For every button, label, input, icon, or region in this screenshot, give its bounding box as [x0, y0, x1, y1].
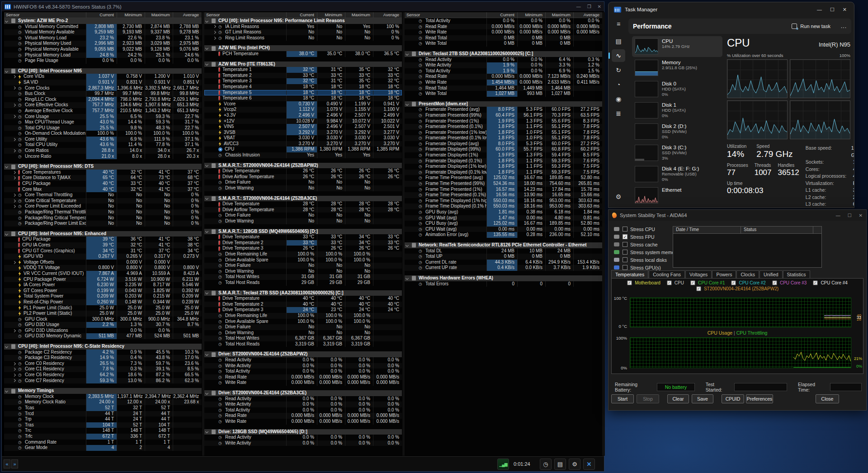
sensor-row[interactable]: ◷Framerate Displayed (0.1%)1.8 FPS1.1 FP… [405, 158, 602, 164]
legend-motherboard[interactable]: ✓Motherboard [627, 280, 660, 285]
sensor-row[interactable]: ◷Core Thermal ThrottlingNoNoNo0 % [4, 192, 202, 198]
sensor-row[interactable]: ◷Tcas52 T32 T52 T [4, 405, 202, 411]
settings-gear-icon[interactable]: ⚙ [569, 459, 580, 470]
sensor-row[interactable]: ◷Physical Memory Used2,996 MB2,923 MB3,0… [4, 41, 202, 47]
sensor-row[interactable]: Drive Airflow Temperature26 °C26 °C26 °C… [204, 174, 402, 180]
sensor-section-header[interactable]: S.M.A.R.T.: ST2000VN004-2E4164 (Z52BAPW2… [204, 163, 402, 169]
legend-checkbox[interactable]: ✓ [691, 281, 695, 285]
sensor-row[interactable]: ◷Total CPU Utility43.6 %11.4 %77.8 %37.1… [4, 142, 202, 148]
sensor-row[interactable]: ◷Write Activity0.0 %0.0 %0.0 %0.0 % [204, 363, 402, 369]
sensor-section-header[interactable]: Drive: 128GB SSD (MQ49W66504065) [D:] [204, 429, 402, 435]
sensor-row[interactable]: ◷Read Rate0.000 MB/s0.000 MB/s0.000 MB/s… [204, 413, 402, 419]
sensor-row[interactable]: ◷Drive FailureNoNoNo [204, 324, 402, 330]
sensor-row[interactable]: ◷Total Activity0.0 %0.0 %0.0 %0.0 % [204, 369, 402, 374]
save-button[interactable]: Save [692, 394, 713, 403]
tab-voltages[interactable]: Voltages [685, 270, 712, 279]
chevron-down-icon[interactable] [205, 47, 208, 50]
hwinfo-close-icon[interactable]: ✕ [598, 4, 601, 9]
sensor-row[interactable]: ◷Read Activity0.0 %0.0 %0.0 %0.0 % [204, 357, 402, 363]
chevron-right-icon[interactable] [13, 149, 16, 152]
sensor-row[interactable]: ◷Write Rate1.454 MB/s0.000 MB/s2.633 MB/… [405, 80, 602, 85]
sensor-row[interactable]: ◷Write Activity1.9 %0.0 %3.3 %1.2 % [405, 62, 602, 68]
chevron-down-icon[interactable] [5, 389, 8, 393]
nav-prev-button[interactable]: « [4, 459, 10, 468]
sensor-row[interactable]: ◷Framerate Presented (1%)1.9 FPS1.3 FPS5… [405, 118, 602, 124]
sensor-row[interactable]: ◷Framerate Presented (99%)60.4 FPS56.1 F… [405, 113, 602, 118]
chevron-right-icon[interactable] [13, 194, 16, 197]
sensor-row[interactable]: +12V10.028 V9.984 V10.072 V10.022 V [204, 118, 402, 124]
legend-cpu-core-2[interactable]: ✓CPU Core #2 [731, 280, 765, 285]
sensor-row[interactable]: ◷Total Host Reads29 GB29 GB29 GB [204, 280, 402, 286]
chevron-down-icon[interactable] [5, 70, 8, 73]
tab-clocks[interactable]: Clocks [736, 270, 759, 279]
sensor-row[interactable]: ◷Virtual Memory Committed2,808 MB2,730 M… [4, 24, 202, 30]
menu-icon[interactable]: ≡ [612, 18, 625, 30]
stress-option-stress-cpu[interactable]: Stress CPU [614, 225, 679, 233]
sensor-section-header[interactable]: Drive: ST2000VN004-2E4164 (Z52BAPW2) [204, 351, 402, 357]
sensor-row[interactable]: VIN52.507 V2.496 V2.507 V2.501 V [204, 124, 402, 130]
preferences-button[interactable]: Preferences [746, 394, 773, 403]
chevron-down-icon[interactable] [205, 430, 208, 433]
sensor-row[interactable]: PL2 Power Limit (Static)25.0 W25.0 W25.0… [4, 311, 202, 317]
sensor-section-header[interactable]: CPU [#0]: Intel Processor N95 [4, 68, 202, 74]
sensor-row[interactable]: ◷Frame Time Displayed (0.1% high)550.03 … [405, 203, 602, 209]
sensor-row[interactable]: ◷Drive WarningNoNoNo [204, 185, 402, 191]
legend-checkbox[interactable]: ✓ [697, 287, 701, 291]
sensor-section-header[interactable]: AZW ME Pro (ITE IT8613E) [204, 61, 402, 67]
sensor-row[interactable]: ◷Core C1 Residency7.8 %0.3 %39.1 %8.5 % [4, 366, 202, 372]
chevron-right-icon[interactable] [13, 176, 16, 180]
sensor-section-header[interactable]: Windows Hardware Errors (WHEA) [405, 275, 602, 281]
sensor-row[interactable]: ◷GPU Wait (avg)1.47 ms0.00 ms4.80 ms0.81… [405, 215, 602, 221]
sensor-row[interactable]: ◷Framerate Displayed (0.1% low)1.8 FPS1.… [405, 170, 602, 175]
chevron-right-icon[interactable] [213, 25, 216, 28]
sensor-row[interactable]: ◷Animation Error (avg)135.55 ms0.28 ms23… [405, 232, 602, 238]
chevron-down-icon[interactable] [205, 353, 208, 356]
sidebar-item-memory[interactable]: Memory2.9/11.8 GB (25%) [632, 57, 722, 78]
sensor-row[interactable]: ◷Framerate Displayed (1%)1.9 FPS1.3 FPS5… [405, 152, 602, 158]
hwinfo-minimize-icon[interactable]: — [576, 4, 581, 9]
aida-minimize-icon[interactable]: — [836, 213, 840, 218]
chevron-right-icon[interactable] [13, 368, 16, 371]
legend-checkbox[interactable]: ✓ [731, 281, 736, 285]
more-options-button[interactable]: ... [841, 23, 847, 29]
sensor-row[interactable]: VR VCC Current (SVID IOUT)7.867 A4.969 A… [4, 271, 202, 277]
scrollbar[interactable] [602, 12, 605, 456]
chevron-down-icon[interactable] [5, 345, 8, 348]
sensor-row[interactable]: ◷CPU Wait (avg)0.00 ms0.00 ms0.00 ms0.00… [405, 227, 602, 232]
column-header-sensor[interactable]: Sensor [204, 12, 286, 18]
tm-settings-gear-icon[interactable]: ⚙ [612, 190, 625, 203]
sensor-row[interactable]: ◷Core C6 Residency64.2 %18.6 %87.2 %66.5… [4, 372, 202, 378]
checkbox[interactable] [623, 242, 627, 247]
sensor-row[interactable]: Drive Temperature 233 °C33 °C34 °C33 °C [204, 240, 402, 246]
sensor-row[interactable]: ◷Core C0 Residency26.5 %7.3 %59.7 %23.6 … [4, 361, 202, 367]
sensor-row[interactable]: ◷Package/Ring Thermal ThrottlingNoNoNo0 … [4, 209, 202, 215]
sensor-row[interactable]: ◷Tras104 T52 T104 T [4, 422, 202, 428]
sensor-row[interactable]: Core Max40 °C32 °C41 °C37 °C [4, 187, 202, 193]
sensor-row[interactable]: ◷Write Rate0.000 MB/s0.000 MB/s0.000 MB/… [405, 29, 602, 35]
sensor-row[interactable]: ◷Frame Time Presented (avg)125.02 ms16.6… [405, 175, 602, 181]
sensor-row[interactable]: Temperature 618 °C18 °C18 °C18 °C [204, 95, 402, 101]
sensor-row[interactable]: iGPU VID0.267 V0.265 V0.317 V0.273 V [4, 254, 202, 260]
chevron-right-icon[interactable] [13, 362, 16, 365]
sensor-row[interactable]: ◷Page File Usage0.0 %0.0 %0.0 %0.0 % [4, 58, 202, 64]
sensor-row[interactable]: CPU Package Power6.724 W3.516 W10.900 W6… [4, 277, 202, 283]
sensor-row[interactable]: Drive Temperature 324 °C23 °C24 °C24 °C [204, 307, 402, 313]
legend-checkbox[interactable]: ✓ [667, 281, 671, 285]
sensor-row[interactable]: Voltage Offsets0.000 V0.000 V [4, 260, 202, 265]
sensor-row[interactable]: ◷Frame Time Displayed (1% high)550.03 ms… [405, 198, 602, 204]
chevron-down-icon[interactable] [5, 165, 8, 168]
log-column-0[interactable]: Date / Time [673, 227, 741, 233]
sensor-row[interactable]: Core VIDs1.037 V0.758 V1.200 V1.010 V [4, 74, 202, 80]
sensor-row[interactable]: ◷Framerate Displayed (1% low)1.8 FPS1.1 … [405, 164, 602, 170]
sensor-section-header[interactable]: S.M.A.R.T.: 128GB SSD (MQ49W66504065) [D… [204, 229, 402, 235]
sensor-row[interactable]: ◷Core Usage25.5 %6.5 %59.3 %22.7 % [4, 114, 202, 120]
sensor-row[interactable]: CPU IA Cores39 °C32 °C41 °C38 °C [4, 242, 202, 248]
sensor-row[interactable]: CPU GT Cores (Graphics)34 °C31 °C37 °C34… [4, 248, 202, 254]
column-header-average[interactable]: Average [573, 12, 602, 18]
tab-unified[interactable]: Unified [760, 270, 783, 279]
sensor-section-header[interactable]: CPU [#0]: Intel Processor N95: DTS [4, 164, 202, 170]
sensor-row[interactable]: ◷Total Host Reads3,319 GB3,319 GB3,319 G… [204, 341, 402, 347]
column-header-minimum[interactable]: Minimum [117, 12, 145, 18]
sensor-row[interactable]: PL1 Power Limit (Static)25.0 W25.0 W25.0… [4, 305, 202, 311]
chevron-down-icon[interactable] [5, 19, 8, 23]
